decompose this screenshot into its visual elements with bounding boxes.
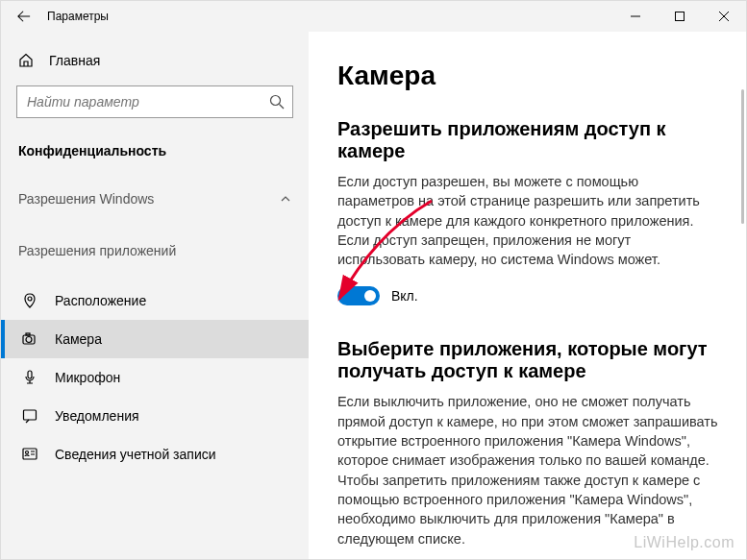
section-allow-apps-desc: Если доступ разрешен, вы можете с помощь…: [337, 172, 719, 269]
home-label: Главная: [49, 53, 100, 68]
search-icon: [269, 94, 285, 110]
camera-icon: [22, 331, 37, 347]
sidebar-item-location[interactable]: Расположение: [1, 281, 309, 320]
svg-point-6: [28, 297, 32, 301]
sidebar-item-label: Расположение: [55, 293, 146, 308]
sidebar-item-label: Камера: [55, 331, 102, 347]
section-choose-apps-desc: Если выключить приложение, оно не сможет…: [337, 392, 719, 548]
chevron-up-icon: [280, 193, 291, 205]
minimize-button[interactable]: [613, 1, 658, 32]
svg-point-13: [26, 451, 29, 454]
sidebar-item-label: Микрофон: [55, 370, 120, 385]
svg-rect-10: [28, 371, 32, 378]
search-box[interactable]: [16, 85, 293, 118]
maximize-button[interactable]: [658, 1, 702, 32]
section-choose-apps-heading: Выберите приложения, которые могут получ…: [337, 338, 719, 382]
scrollbar-thumb[interactable]: [741, 89, 744, 224]
account-icon: [22, 447, 37, 462]
svg-line-5: [280, 105, 285, 110]
home-nav[interactable]: Главная: [1, 43, 309, 78]
search-input[interactable]: [27, 94, 269, 110]
window-title: Параметры: [47, 10, 613, 23]
svg-point-8: [26, 337, 32, 343]
sidebar-item-camera[interactable]: Камера: [1, 320, 309, 358]
home-icon: [18, 53, 34, 68]
content-area: Камера Разрешить приложениям доступ к ка…: [309, 32, 746, 559]
sidebar-item-account-info[interactable]: Сведения учетной записи: [1, 435, 309, 474]
svg-rect-1: [676, 12, 685, 21]
group-windows-permissions[interactable]: Разрешения Windows: [1, 178, 309, 230]
back-button[interactable]: [1, 1, 47, 32]
camera-access-toggle[interactable]: [337, 286, 380, 305]
close-button[interactable]: [702, 1, 746, 32]
svg-rect-11: [24, 410, 37, 420]
sidebar-item-notifications[interactable]: Уведомления: [1, 397, 309, 435]
page-title: Камера: [337, 61, 719, 91]
microphone-icon: [22, 370, 37, 385]
category-title: Конфиденциальность: [1, 134, 309, 178]
notification-icon: [22, 408, 37, 424]
sidebar-item-microphone[interactable]: Микрофон: [1, 358, 309, 397]
watermark: LiWiHelp.com: [634, 534, 735, 551]
sidebar-item-label: Сведения учетной записи: [55, 447, 216, 462]
section-allow-apps-heading: Разрешить приложениям доступ к камере: [337, 118, 719, 162]
svg-point-4: [271, 96, 281, 106]
group-app-permissions[interactable]: Разрешения приложений: [1, 230, 309, 281]
svg-rect-9: [26, 333, 30, 335]
sidebar-item-label: Уведомления: [55, 408, 139, 424]
location-icon: [22, 293, 37, 308]
sidebar: Главная Конфиденциальность Разрешения Wi…: [1, 32, 309, 559]
toggle-state-label: Вкл.: [391, 288, 418, 304]
